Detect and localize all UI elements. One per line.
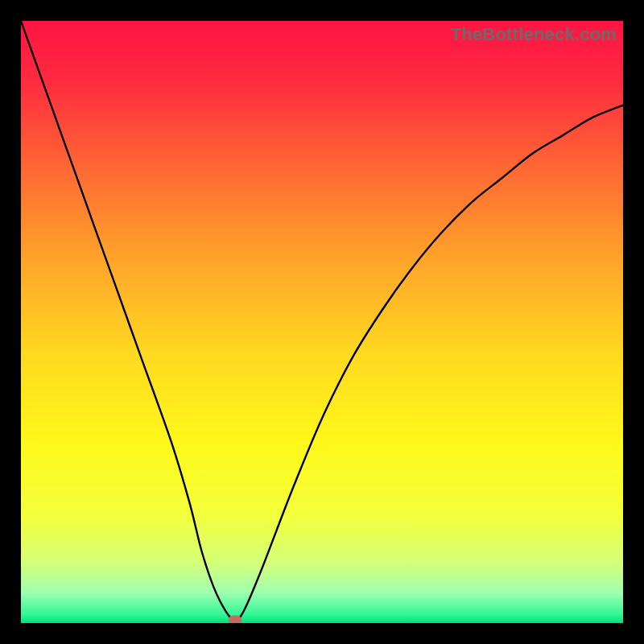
bottleneck-curve [21, 21, 623, 623]
chart-frame: TheBottleneck.com [0, 0, 644, 644]
min-point-marker [229, 616, 242, 623]
plot-area: TheBottleneck.com [21, 21, 623, 623]
